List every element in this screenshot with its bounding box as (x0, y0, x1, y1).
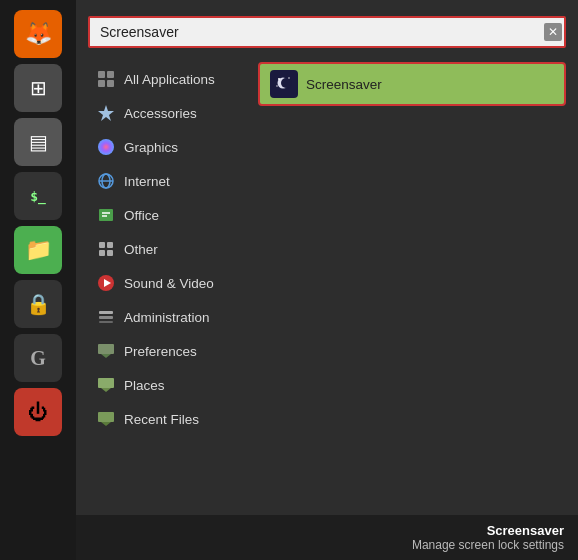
sidebar: 🦊 ⊞ ▤ $_ 📁 🔒 G ⏻ (0, 0, 76, 560)
power-icon: ⏻ (28, 401, 48, 424)
accessories-icon (96, 103, 116, 123)
search-bar: Screensaver ✕ (88, 16, 566, 48)
category-internet-label: Internet (124, 174, 170, 189)
svg-rect-14 (99, 250, 105, 256)
sidebar-icon-lock[interactable]: 🔒 (14, 280, 62, 328)
category-office-label: Office (124, 208, 159, 223)
svg-point-30 (281, 78, 291, 88)
lock-icon: 🔒 (26, 292, 51, 316)
graphics-icon (96, 137, 116, 157)
internet-icon (96, 171, 116, 191)
preferences-icon (96, 341, 116, 361)
categories-list: All Applications Accessories (88, 62, 248, 560)
search-input[interactable]: Screensaver (88, 16, 566, 48)
svg-rect-13 (107, 242, 113, 248)
category-office[interactable]: Office (88, 198, 248, 232)
svg-rect-9 (99, 209, 113, 221)
sidebar-icon-terminal[interactable]: $_ (14, 172, 62, 220)
svg-rect-3 (107, 80, 114, 87)
sidebar-icon-firefox[interactable]: 🦊 (14, 10, 62, 58)
svg-marker-22 (101, 354, 111, 358)
firefox-icon: 🦊 (25, 21, 52, 47)
places-icon (96, 375, 116, 395)
category-preferences[interactable]: Preferences (88, 334, 248, 368)
apps-panel: Screensaver (248, 62, 566, 560)
screensaver-app-icon (270, 70, 298, 98)
category-preferences-label: Preferences (124, 344, 197, 359)
files-icon: 📁 (25, 237, 52, 263)
category-other[interactable]: Other (88, 232, 248, 266)
content-area: All Applications Accessories (88, 62, 566, 560)
terminal-icon: $_ (30, 189, 46, 204)
svg-rect-2 (98, 80, 105, 87)
status-app-description: Manage screen lock settings (90, 538, 564, 552)
svg-rect-15 (107, 250, 113, 256)
category-accessories-label: Accessories (124, 106, 197, 121)
sound-video-icon (96, 273, 116, 293)
category-all-applications[interactable]: All Applications (88, 62, 248, 96)
sidebar-icon-apps[interactable]: ⊞ (14, 64, 62, 112)
category-recent-files[interactable]: Recent Files (88, 402, 248, 436)
other-icon (96, 239, 116, 259)
administration-icon (96, 307, 116, 327)
status-bar: Screensaver Manage screen lock settings (76, 515, 578, 560)
svg-point-5 (98, 139, 114, 155)
svg-marker-24 (101, 388, 111, 392)
svg-marker-26 (101, 422, 111, 426)
office-icon (96, 205, 116, 225)
search-clear-button[interactable]: ✕ (544, 23, 562, 41)
svg-rect-18 (99, 311, 113, 314)
sidebar-icon-typora[interactable]: G (14, 334, 62, 382)
main-panel: Screensaver ✕ All Applications (76, 0, 578, 560)
status-app-name: Screensaver (90, 523, 564, 538)
app-screensaver[interactable]: Screensaver (258, 62, 566, 106)
category-internet[interactable]: Internet (88, 164, 248, 198)
category-sound-video-label: Sound & Video (124, 276, 214, 291)
svg-rect-20 (99, 321, 113, 323)
sidebar-icon-files[interactable]: 📁 (14, 226, 62, 274)
svg-rect-19 (99, 316, 113, 319)
svg-rect-21 (98, 344, 114, 354)
typora-icon: G (30, 347, 46, 370)
recent-files-icon (96, 409, 116, 429)
svg-rect-25 (98, 412, 114, 422)
category-administration[interactable]: Administration (88, 300, 248, 334)
svg-point-33 (276, 85, 277, 86)
category-sound-video[interactable]: Sound & Video (88, 266, 248, 300)
svg-marker-4 (98, 105, 114, 121)
ui-icon: ▤ (29, 130, 48, 154)
svg-rect-23 (98, 378, 114, 388)
category-all-label: All Applications (124, 72, 215, 87)
sidebar-icon-power[interactable]: ⏻ (14, 388, 62, 436)
svg-point-31 (278, 78, 280, 80)
category-recent-files-label: Recent Files (124, 412, 199, 427)
category-other-label: Other (124, 242, 158, 257)
svg-rect-12 (99, 242, 105, 248)
svg-rect-0 (98, 71, 105, 78)
all-applications-icon (96, 69, 116, 89)
app-screensaver-label: Screensaver (306, 77, 382, 92)
category-places-label: Places (124, 378, 165, 393)
svg-rect-1 (107, 71, 114, 78)
category-places[interactable]: Places (88, 368, 248, 402)
search-input-wrapper: Screensaver ✕ (88, 16, 566, 48)
category-accessories[interactable]: Accessories (88, 96, 248, 130)
apps-grid-icon: ⊞ (30, 76, 47, 100)
category-graphics[interactable]: Graphics (88, 130, 248, 164)
category-graphics-label: Graphics (124, 140, 178, 155)
svg-point-32 (288, 77, 289, 78)
sidebar-icon-ui[interactable]: ▤ (14, 118, 62, 166)
category-administration-label: Administration (124, 310, 210, 325)
